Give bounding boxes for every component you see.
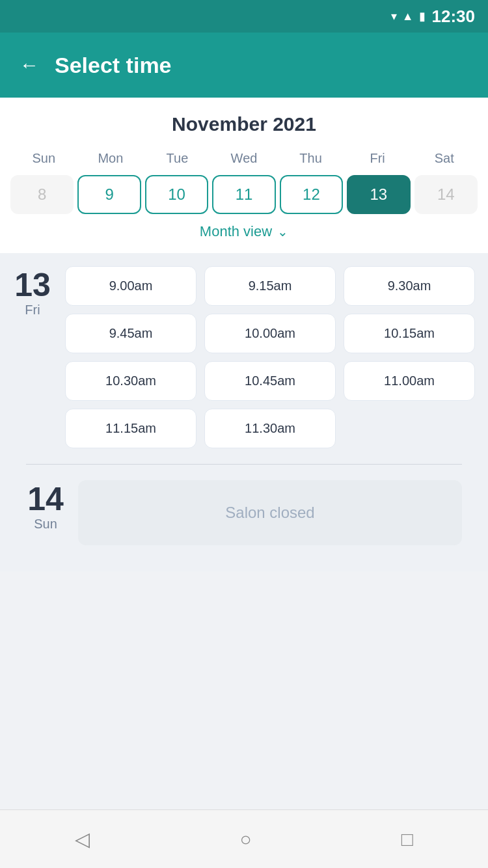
nav-recent-button[interactable]: □ [401, 828, 413, 850]
calendar-day-10[interactable]: 10 [145, 175, 208, 214]
header: ← Select time [0, 33, 488, 98]
wifi-icon: ▾ [391, 9, 397, 23]
weekday-mon: Mon [77, 148, 144, 169]
salon-closed-text: Salon closed [225, 504, 314, 521]
weekday-fri: Fri [344, 148, 411, 169]
day-label-13: 13 Fri [13, 266, 52, 448]
day-label-14: 14 Sun [26, 480, 65, 545]
weekday-wed: Wed [211, 148, 278, 169]
time-slot-945am[interactable]: 9.45am [65, 314, 197, 353]
time-slot-1130am[interactable]: 11.30am [204, 409, 336, 448]
month-year-label: November 2021 [10, 113, 478, 135]
page-title: Select time [55, 53, 172, 78]
time-slot-1030am[interactable]: 10.30am [65, 361, 197, 401]
status-bar: ▾ ▲ ▮ 12:30 [0, 0, 488, 33]
weekday-sun: Sun [10, 148, 77, 169]
calendar-day-8: 8 [10, 175, 74, 214]
calendar-day-9[interactable]: 9 [77, 175, 141, 214]
month-view-label: Month view [200, 223, 272, 240]
weekday-tue: Tue [144, 148, 211, 169]
calendar-days: 891011121314 [10, 175, 478, 214]
salon-closed-box: Salon closed [78, 480, 462, 545]
day-name-14: Sun [34, 517, 57, 532]
time-slots-grid-13: 9.00am9.15am9.30am9.45am10.00am10.15am10… [65, 266, 475, 448]
time-slot-1045am[interactable]: 10.45am [204, 361, 336, 401]
day-block-14: 14 Sun Salon closed [13, 480, 475, 558]
divider [26, 464, 462, 465]
nav-home-button[interactable]: ○ [239, 828, 251, 850]
time-slot-930am[interactable]: 9.30am [344, 266, 475, 306]
calendar-section: November 2021 Sun Mon Tue Wed Thu Fri Sa… [0, 98, 488, 253]
weekday-thu: Thu [277, 148, 344, 169]
battery-icon: ▮ [419, 9, 426, 23]
calendar-day-14: 14 [414, 175, 478, 214]
calendar-day-11[interactable]: 11 [212, 175, 275, 214]
back-button[interactable]: ← [20, 54, 39, 76]
calendar-day-12[interactable]: 12 [280, 175, 343, 214]
time-slot-915am[interactable]: 9.15am [204, 266, 336, 306]
month-view-toggle[interactable]: Month view ⌄ [10, 214, 478, 243]
weekday-sat: Sat [411, 148, 478, 169]
day-number-13: 13 [14, 269, 51, 301]
time-slot-1115am[interactable]: 11.15am [65, 409, 197, 448]
nav-back-button[interactable]: ◁ [75, 828, 90, 850]
time-slot-1015am[interactable]: 10.15am [344, 314, 475, 353]
status-icons: ▾ ▲ ▮ [391, 9, 426, 23]
bottom-nav: ◁ ○ □ [0, 809, 488, 868]
day-block-13: 13 Fri 9.00am9.15am9.30am9.45am10.00am10… [13, 266, 475, 448]
signal-icon: ▲ [402, 10, 414, 23]
calendar-day-13[interactable]: 13 [347, 175, 410, 214]
time-slot-1000am[interactable]: 10.00am [204, 314, 336, 353]
day-number-14: 14 [27, 483, 64, 515]
chevron-down-icon: ⌄ [277, 224, 288, 239]
time-slot-1100am[interactable]: 11.00am [344, 361, 475, 401]
time-slot-900am[interactable]: 9.00am [65, 266, 197, 306]
status-time: 12:30 [432, 7, 476, 27]
time-section: 13 Fri 9.00am9.15am9.30am9.45am10.00am10… [0, 253, 488, 571]
weekday-headers: Sun Mon Tue Wed Thu Fri Sat [10, 148, 478, 169]
day-name-13: Fri [25, 303, 40, 318]
